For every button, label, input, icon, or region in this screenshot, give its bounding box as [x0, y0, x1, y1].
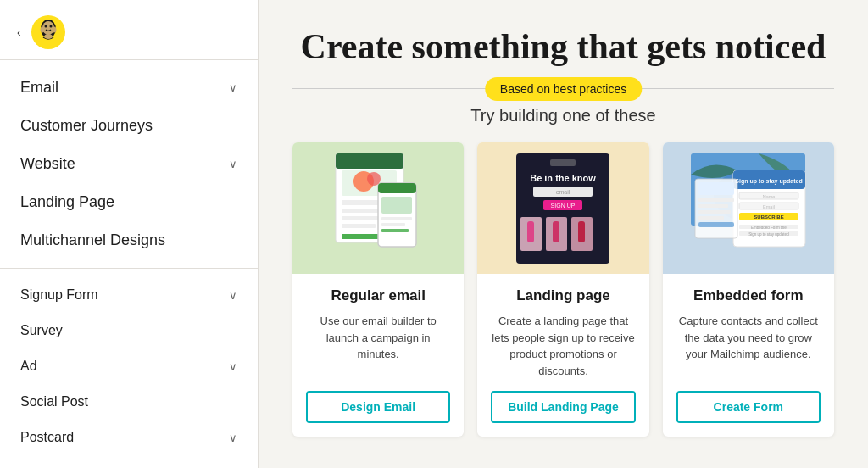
- svg-point-4: [49, 25, 52, 28]
- chevron-down-icon: ∨: [229, 158, 237, 170]
- sidebar-item-postcard[interactable]: Postcard ∨: [0, 420, 258, 455]
- svg-rect-55: [698, 204, 728, 208]
- sidebar-item-signup-form-label: Signup Form: [20, 287, 98, 303]
- sidebar-item-multichannel-designs-label: Multichannel Designs: [20, 231, 165, 249]
- svg-text:SUBSCRIBE: SUBSCRIBE: [754, 214, 784, 219]
- sidebar-item-signup-form[interactable]: Signup Form ∨: [0, 277, 258, 313]
- svg-point-7: [44, 34, 53, 39]
- card-regular-email: Regular email Use our email builder to l…: [292, 142, 464, 437]
- sidebar-item-ad[interactable]: Ad ∨: [0, 348, 258, 384]
- svg-rect-21: [381, 229, 409, 232]
- page-title: Create something that gets noticed: [301, 25, 826, 68]
- chevron-down-icon: ∨: [229, 81, 237, 94]
- sidebar-item-customer-journeys[interactable]: Customer Journeys: [0, 107, 258, 145]
- email-mockup-illustration: [323, 149, 433, 268]
- cards-container: Regular email Use our email builder to l…: [292, 142, 834, 437]
- svg-point-23: [367, 172, 381, 186]
- sidebar-item-postcard-label: Postcard: [20, 430, 74, 445]
- svg-point-2: [42, 21, 54, 35]
- svg-rect-34: [527, 221, 534, 242]
- card-regular-email-title: Regular email: [306, 287, 450, 304]
- card-embedded-form-body: Embedded form Capture contacts and colle…: [663, 274, 834, 437]
- svg-rect-17: [378, 183, 416, 193]
- landing-page-mockup-illustration: Be in the know email SIGN UP: [508, 149, 618, 268]
- card-regular-email-body: Regular email Use our email builder to l…: [292, 274, 464, 437]
- svg-rect-56: [698, 210, 731, 214]
- secondary-nav: Signup Form ∨ Survey Ad ∨ Social Post Po…: [0, 269, 258, 464]
- primary-nav: Email ∨ Customer Journeys Website ∨ Land…: [0, 60, 258, 269]
- chevron-down-icon: ∨: [229, 432, 237, 444]
- sidebar-item-email[interactable]: Email ∨: [0, 69, 258, 107]
- sidebar-item-social-post-label: Social Post: [20, 394, 88, 410]
- card-regular-email-desc: Use our email builder to launch a campai…: [306, 313, 450, 379]
- svg-rect-57: [698, 216, 724, 220]
- card-landing-page-image: Be in the know email SIGN UP: [477, 142, 648, 274]
- card-embedded-form-desc: Capture contacts and collect the data yo…: [676, 313, 821, 379]
- divider: Based on best practices: [292, 88, 834, 89]
- sidebar-collapse-button[interactable]: ‹: [17, 25, 21, 39]
- svg-rect-54: [698, 198, 734, 202]
- chevron-down-icon: ∨: [229, 360, 237, 373]
- svg-rect-20: [381, 223, 405, 226]
- svg-rect-18: [381, 197, 412, 214]
- svg-text:Email: Email: [763, 203, 775, 209]
- sidebar-item-landing-page-label: Landing Page: [20, 193, 114, 211]
- sidebar-item-website-label: Website: [20, 155, 75, 173]
- svg-text:Embedded Form title: Embedded Form title: [751, 225, 787, 229]
- svg-text:Sign up to stay updated: Sign up to stay updated: [736, 178, 803, 185]
- build-landing-page-button[interactable]: Build Landing Page: [491, 391, 635, 423]
- section-subtitle: Try building one of these: [470, 106, 655, 125]
- svg-point-5: [40, 27, 44, 33]
- svg-rect-19: [381, 217, 412, 220]
- svg-point-3: [44, 25, 47, 28]
- sidebar-item-survey[interactable]: Survey: [0, 313, 258, 348]
- card-embedded-form-image: Sign up to stay updated Name Email SUBSC…: [663, 142, 834, 274]
- sidebar-item-customer-journeys-label: Customer Journeys: [20, 117, 153, 135]
- card-landing-page: Be in the know email SIGN UP: [477, 142, 648, 437]
- svg-text:Sign up to stay updated: Sign up to stay updated: [749, 231, 790, 236]
- svg-rect-25: [550, 159, 576, 166]
- sidebar-item-email-label: Email: [20, 79, 58, 97]
- embedded-form-mockup-illustration: Sign up to stay updated Name Email SUBSC…: [687, 149, 810, 268]
- svg-rect-58: [698, 222, 734, 227]
- svg-rect-35: [553, 221, 559, 242]
- chevron-down-icon: ∨: [229, 289, 237, 302]
- svg-rect-14: [342, 224, 376, 228]
- svg-text:Name: Name: [763, 193, 776, 198]
- sidebar-header: ‹: [0, 0, 258, 60]
- svg-text:Be in the know: Be in the know: [531, 173, 597, 183]
- sidebar-item-survey-label: Survey: [20, 323, 63, 338]
- main-content: Create something that gets noticed Based…: [259, 0, 868, 468]
- sidebar-item-website[interactable]: Website ∨: [0, 145, 258, 183]
- mailchimp-logo: [31, 15, 65, 49]
- svg-rect-36: [578, 221, 585, 242]
- svg-rect-9: [336, 153, 403, 169]
- sidebar-item-multichannel-designs[interactable]: Multichannel Designs: [0, 221, 258, 259]
- card-landing-page-body: Landing page Create a landing page that …: [477, 274, 648, 437]
- card-landing-page-desc: Create a landing page that lets people s…: [491, 313, 635, 379]
- svg-point-6: [52, 27, 56, 33]
- card-embedded-form: Sign up to stay updated Name Email SUBSC…: [663, 142, 834, 437]
- card-landing-page-title: Landing page: [491, 287, 635, 304]
- sidebar: ‹ Email ∨ Customer Journeys Website ∨: [0, 0, 259, 468]
- sidebar-item-landing-page[interactable]: Landing Page: [0, 183, 258, 221]
- card-embedded-form-title: Embedded form: [676, 287, 821, 304]
- svg-text:SIGN UP: SIGN UP: [551, 203, 576, 209]
- sidebar-item-social-post[interactable]: Social Post: [0, 384, 258, 420]
- create-form-button[interactable]: Create Form: [676, 391, 821, 423]
- best-practices-badge: Based on best practices: [485, 77, 642, 101]
- design-email-button[interactable]: Design Email: [306, 391, 450, 423]
- svg-text:email: email: [556, 189, 570, 195]
- svg-rect-53: [698, 182, 734, 195]
- sidebar-item-ad-label: Ad: [20, 359, 37, 374]
- card-regular-email-image: [292, 142, 464, 274]
